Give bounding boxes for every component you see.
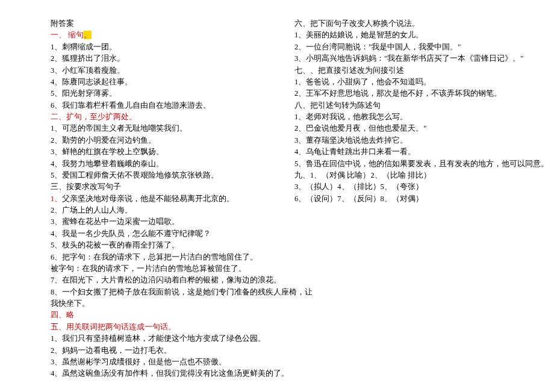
item-line: 5、鲁迅在回信中说，他的信如果要发表，且有发表的地方，他可以同意。	[294, 158, 512, 170]
item-line: 3、小明高兴地告诉妈妈："我在新华书店买了一本《雷锋日记》。"	[294, 53, 512, 64]
item-line: 6、（设问）7、（反问）8、（对偶）	[294, 193, 512, 205]
item-line: 4、我是一名少先队员，怎么能不遵守纪律呢？	[51, 228, 268, 240]
item-line: 6、我们靠着栏杆看鱼儿自由自在地游来游去。	[51, 100, 268, 111]
item-line: 被字句：在我的请求下，一片洁白的雪地总算被留住了。	[51, 263, 268, 275]
item-line: 3、鲜艳的红旗在学校上空飘扬。	[51, 146, 268, 158]
item-line: 2、广场上的人山人海。	[51, 205, 268, 216]
item-line: 3、（拟人）4、（排比）5、（夸张）	[294, 181, 512, 193]
item-line: 2、王军不好意思地说，那次是他不好，不该弄坏我的钢笔。	[294, 88, 512, 99]
content: 一、 缩句。1、刺猬缩成一团。2、狐狸挤出了泪水。3、小红军顶着瘦脸。4、陈赓同…	[51, 18, 512, 385]
item-line: 1、老师对我说，他教我怎么写。	[294, 111, 512, 123]
section-heading: 二、扩句，至少扩两处。	[51, 111, 268, 123]
section-heading: 五、用关联词把两句话连成一句话。	[51, 322, 268, 333]
item-line: 2、勤劳的小明爱在河边钓鱼。	[51, 135, 268, 146]
item-line: 2、巴金说他爱月夜，但他也爱星天。"	[294, 123, 512, 134]
item-line: 1、刺猬缩成一团。	[51, 42, 268, 53]
item-line: 1、我们只有坚持植树造林，才能使这个地方变成了绿色公园。	[51, 333, 268, 344]
item-line: 1、爸爸说，小甜病了，他会不知道吗。	[294, 76, 512, 88]
item-line: 5、阳光射穿薄雾。	[51, 88, 268, 99]
item-line: 1、可恶的帝国主义者无耻地嘲笑我们。	[51, 123, 268, 134]
item-line: 2、狐狸挤出了泪水。	[51, 53, 268, 64]
section-heading: 六、把下面句子改变人称换个说法。	[294, 18, 512, 30]
item-line: 3、董存瑞坚决地说他去炸掉它。	[294, 135, 512, 146]
item-line: 3、小红军顶着瘦脸。	[51, 65, 268, 76]
document-page: 附答案 一、 缩句。1、刺猬缩成一团。2、狐狸挤出了泪水。3、小红军顶着瘦脸。4…	[0, 0, 554, 385]
item-line: 6、把字句：在我的请求下，总算把一片洁白的雪地留住了。	[51, 252, 268, 263]
item-line: 4、陈赓同志谈起往事。	[51, 76, 268, 88]
item-line: 2、妈妈一边看电视，一边打毛衣。	[51, 345, 268, 356]
section-heading: 八、把引述句转为陈述句	[294, 100, 512, 111]
item-line: 5、枝头的花被一夜的春雨全打落了。	[51, 240, 268, 251]
item-line: 4、我努力地攀登着巍峨的泰山。	[51, 158, 268, 170]
item-line: 4、虽然这碗鱼汤没有加作料，但我们觉得没有比这鱼汤更鲜美的了。	[51, 368, 268, 379]
title: 附答案	[51, 18, 268, 30]
item-line: 8、一个妇女搬了把椅子放在我面前说，这是她们专门准备的残疾人座椅，让	[51, 287, 268, 298]
item-line: 3、蜜蜂在花丛中一边采蜜一边唱歌。	[51, 216, 268, 228]
item-line: 我快坐下。	[51, 298, 268, 310]
item-line: 1、父亲坚决地对母亲说，他是不能轻易离开北京的。	[51, 193, 268, 205]
item-line: 7、在阳光下，大片青松的边沿闪动着白桦的银裙，像海边的浪花。	[51, 275, 268, 286]
item-line: 3、虽然谢彬学习成绩很好，但是他一点也不骄傲。	[51, 356, 268, 368]
section-heading: 一、 缩句。	[51, 30, 268, 41]
item-line: 5、爱国工程师詹天佑不畏艰险地修筑京张铁路。	[51, 170, 268, 181]
item-line: 2、一位台湾同胞说："我是中国人，我爱中国。"	[294, 42, 512, 53]
item-line: 4、乌龟让青蛙跳出井口来看一看。	[294, 146, 512, 158]
section-heading: 三、按要求改写句子	[51, 181, 268, 193]
section-heading: 七、、把直接引述改为间接引述	[294, 65, 512, 76]
section-heading: 四、略	[51, 310, 268, 321]
item-line: 1、美丽的姑娘说，她是智慧的女儿。	[294, 30, 512, 41]
item-line: 九、1、（对偶 比喻）2、（比喻 排比）	[294, 170, 512, 181]
